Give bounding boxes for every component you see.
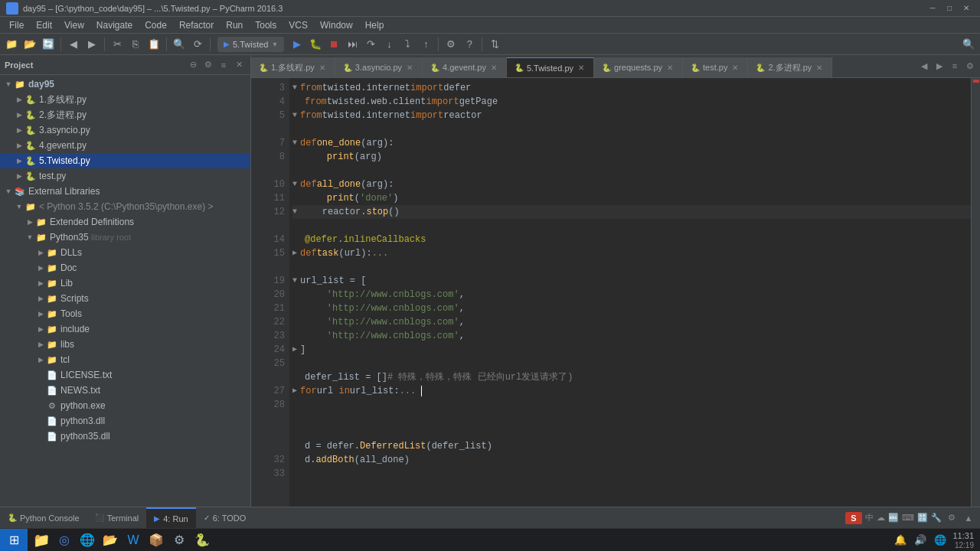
sidebar-gear-btn[interactable]: ≡ xyxy=(217,58,230,72)
project-dir-btn[interactable]: 📁 xyxy=(3,36,20,53)
menu-view[interactable]: View xyxy=(58,17,90,34)
expand-icon-3[interactable]: ▶ xyxy=(14,126,24,134)
expand-icon-ext-defs[interactable]: ▶ xyxy=(24,218,35,226)
tree-item-python-exe[interactable]: ⚙ python.exe xyxy=(0,398,250,413)
taskbar-chrome[interactable]: 🌐 xyxy=(77,530,98,551)
fold-12[interactable]: ▼ xyxy=(292,205,297,219)
global-search-btn[interactable]: 🔍 xyxy=(960,36,977,53)
tab-close-2[interactable]: ✕ xyxy=(815,63,824,73)
expand-icon-ext-libs[interactable]: ▼ xyxy=(3,187,14,195)
expand-icon-py35-root[interactable]: ▼ xyxy=(24,233,35,241)
expand-icon-libs[interactable]: ▶ xyxy=(35,341,46,348)
sidebar-collapse-btn[interactable]: ⊖ xyxy=(186,58,200,72)
tab-1-duoxiancheng[interactable]: 🐍 1.多线程.py ✕ xyxy=(251,57,335,77)
tab-test[interactable]: 🐍 test.py ✕ xyxy=(683,57,748,77)
fold-15[interactable]: ▶ xyxy=(292,246,297,260)
code-editor[interactable]: 3 4 5 7 8 10 11 12 14 15 19 20 21 22 23 xyxy=(251,78,980,507)
tree-item-4-gevent[interactable]: ▶ 🐍 4.gevent.py xyxy=(0,138,250,153)
find-btn[interactable]: 🔍 xyxy=(171,36,188,53)
step-out-btn[interactable]: ↑ xyxy=(417,36,434,53)
tree-item-license[interactable]: 📄 LICENSE.txt xyxy=(0,367,250,383)
start-button[interactable]: ⊞ xyxy=(0,529,28,552)
expand-icon-5[interactable]: ▶ xyxy=(14,157,24,165)
tree-item-ext-defs[interactable]: ▶ 📁 Extended Definitions xyxy=(0,214,250,230)
tree-item-tools[interactable]: ▶ 📁 Tools xyxy=(0,306,250,321)
expand-icon-include[interactable]: ▶ xyxy=(35,325,46,333)
step-over-btn[interactable]: ↷ xyxy=(362,36,379,53)
step-into-btn[interactable]: ↓ xyxy=(381,36,397,53)
taskbar-settings[interactable]: ⚙ xyxy=(168,530,190,551)
tree-item-ext-libs[interactable]: ▼ 📚 External Libraries xyxy=(0,184,250,199)
run-btn[interactable]: ▶ xyxy=(289,36,305,53)
tree-item-python352[interactable]: ▼ 📁 < Python 3.5.2 (C:\Python35\python.e… xyxy=(0,199,250,214)
tree-item-scripts[interactable]: ▶ 📁 Scripts xyxy=(0,291,250,306)
menu-navigate[interactable]: Navigate xyxy=(90,17,139,34)
tree-item-day95[interactable]: ▼ 📁 day95 xyxy=(0,77,250,92)
fold-20[interactable]: ▼ xyxy=(292,274,297,288)
tree-item-3-asyncio[interactable]: ▶ 🐍 3.asyncio.py xyxy=(0,122,250,138)
expand-icon-4[interactable]: ▶ xyxy=(14,142,24,149)
expand-icon-2[interactable]: ▶ xyxy=(14,111,24,119)
menu-window[interactable]: Window xyxy=(314,17,359,34)
tab-recent-btn[interactable]: ◀ xyxy=(917,59,931,73)
tree-item-python3-dll[interactable]: 📄 python3.dll xyxy=(0,413,250,429)
taskbar-word[interactable]: W xyxy=(122,530,144,551)
tab-close-test[interactable]: ✕ xyxy=(730,63,740,73)
taskbar-box[interactable]: 📦 xyxy=(145,530,167,551)
expand-icon-scripts[interactable]: ▶ xyxy=(35,295,46,302)
code-content[interactable]: ▼ from twisted.internet import defer fro… xyxy=(289,78,971,507)
resume-btn[interactable]: ⏭ xyxy=(344,36,361,53)
replace-btn[interactable]: ⟳ xyxy=(189,36,206,53)
sidebar-settings-btn[interactable]: ⚙ xyxy=(201,58,215,72)
bottom-expand-btn[interactable]: ▲ xyxy=(962,511,975,525)
tree-item-2-duojincheng[interactable]: ▶ 🐍 2.多进程.py xyxy=(0,107,250,122)
tray-icon-1[interactable]: 🔔 xyxy=(893,533,908,548)
run-config-selector[interactable]: ▶ 5.Twisted ▼ xyxy=(217,37,284,52)
expand-icon-doc[interactable]: ▶ xyxy=(35,264,46,272)
fold-3[interactable]: ▼ xyxy=(292,81,297,95)
open-btn[interactable]: 📂 xyxy=(21,36,38,53)
fold-28[interactable]: ▶ xyxy=(292,384,297,398)
tab-settings-btn[interactable]: ⚙ xyxy=(963,59,977,73)
tab-3-asyncio[interactable]: 🐍 3.asyncio.py ✕ xyxy=(335,57,423,77)
tab-4-gevent[interactable]: 🐍 4.gevent.py ✕ xyxy=(423,57,507,77)
fold-7[interactable]: ▼ xyxy=(292,136,297,150)
forward-btn[interactable]: ▶ xyxy=(83,36,100,53)
tab-5-twisted[interactable]: 🐍 5.Twisted.py ✕ xyxy=(507,57,594,77)
terminal-tab[interactable]: ⬛ Terminal xyxy=(87,507,147,529)
tab-2-duojincheng[interactable]: 🐍 2.多进程.py ✕ xyxy=(748,57,832,77)
taskbar-pycharm[interactable]: ◎ xyxy=(54,530,75,551)
window-controls[interactable]: ─ □ ✕ xyxy=(925,2,974,15)
expand-icon-1[interactable]: ▶ xyxy=(14,96,24,103)
expand-icon-test[interactable]: ▶ xyxy=(14,172,24,180)
back-btn[interactable]: ◀ xyxy=(65,36,82,53)
maximize-button[interactable]: □ xyxy=(942,2,957,15)
help-btn[interactable]: ? xyxy=(461,36,478,53)
tray-icon-3[interactable]: 🌐 xyxy=(933,533,948,548)
cut-btn[interactable]: ✂ xyxy=(109,36,126,53)
tray-icon-2[interactable]: 🔊 xyxy=(913,533,928,548)
expand-icon-tcl[interactable]: ▶ xyxy=(35,356,46,364)
vcs-btn[interactable]: ⇅ xyxy=(486,36,503,53)
copy-btn[interactable]: ⎘ xyxy=(127,36,144,53)
menu-edit[interactable]: Edit xyxy=(30,17,58,34)
fold-5[interactable]: ▼ xyxy=(292,109,297,122)
ime-s-button[interactable]: S xyxy=(845,512,862,524)
tree-item-test[interactable]: ▶ 🐍 test.py xyxy=(0,168,250,184)
menu-file[interactable]: File xyxy=(3,17,30,34)
python-console-tab[interactable]: 🐍 Python Console xyxy=(0,507,87,529)
sync-btn[interactable]: 🔄 xyxy=(40,36,57,53)
tree-item-include[interactable]: ▶ 📁 include xyxy=(0,321,250,337)
tab-close-gr[interactable]: ✕ xyxy=(665,63,675,73)
tree-item-libs[interactable]: ▶ 📁 libs xyxy=(0,337,250,352)
tree-item-5-twisted[interactable]: ▶ 🐍 5.Twisted.py xyxy=(0,153,250,168)
debug-btn[interactable]: 🐛 xyxy=(307,36,324,53)
tab-close-3[interactable]: ✕ xyxy=(405,63,414,73)
menu-help[interactable]: Help xyxy=(359,17,390,34)
expand-icon-dlls[interactable]: ▶ xyxy=(35,249,46,256)
todo-tab[interactable]: ✓ 6: TODO xyxy=(196,507,254,529)
force-step-btn[interactable]: ⤵ xyxy=(399,36,416,53)
expand-icon-lib[interactable]: ▶ xyxy=(35,279,46,287)
run-tab[interactable]: ▶ 4: Run xyxy=(146,507,195,529)
taskbar-python[interactable]: 🐍 xyxy=(191,530,213,551)
